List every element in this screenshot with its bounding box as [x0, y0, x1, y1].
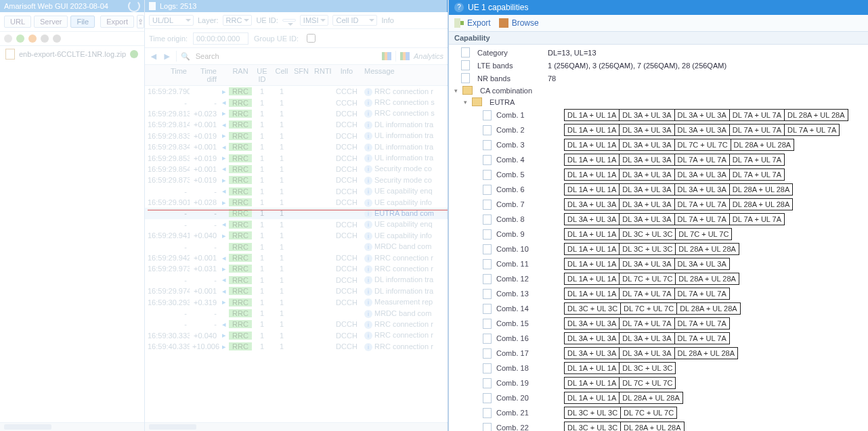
tree-row-comb[interactable]: Comb. 22DL 3C + UL 3CDL 28A + UL 28A	[449, 420, 868, 431]
tree-row-category[interactable]: Category DL=13, UL=13	[449, 46, 868, 59]
table-row[interactable]: 16:59:30.333+0.040▸RRC11DCCHiRRC connect…	[145, 330, 448, 341]
col-info[interactable]: Info	[333, 65, 360, 85]
table-row[interactable]: --RRC11iMRDC band com	[145, 241, 448, 252]
col-ueid[interactable]: UE ID	[252, 65, 272, 85]
table-row[interactable]: 16:59:29.854+0.001◂RRC11DCCHiSecurity mo…	[145, 164, 448, 175]
table-row[interactable]: --◂RRC11CCCHiRRC connection s	[145, 97, 448, 108]
tree-row-comb[interactable]: Comb. 10DL 1A + UL 1ADL 3C + UL 3CDL 28A…	[449, 242, 868, 256]
left-panel: Amarisoft Web GUI 2023-08-04 URL Server …	[0, 0, 145, 431]
ueid-select[interactable]	[282, 19, 296, 22]
tree-row-comb[interactable]: Comb. 4DL 1A + UL 1ADL 3A + UL 3ADL 7A +…	[449, 152, 868, 167]
tree-row-comb[interactable]: Comb. 5DL 1A + UL 1ADL 3A + UL 3ADL 3A +…	[449, 167, 868, 182]
col-cell[interactable]: Cell	[272, 65, 291, 85]
tree-row-comb[interactable]: Comb. 19DL 1A + UL 1ADL 7C + UL 7C	[449, 376, 868, 390]
tab-url[interactable]: URL	[4, 16, 31, 28]
comb-cell: DL 28A + UL 28A	[677, 302, 741, 315]
table-row[interactable]: --RRC11iMRDC band com	[145, 308, 448, 319]
hscrollbar[interactable]	[145, 422, 448, 431]
origin-bar: Time origin: Group UE ID:	[145, 29, 448, 48]
status-dot-icon	[53, 35, 61, 43]
capabilities-title: UE 1 capabilities	[468, 0, 528, 15]
tree-row-comb[interactable]: Comb. 15DL 3A + UL 3ADL 7A + UL 7ADL 7A …	[449, 316, 868, 331]
document-icon	[483, 393, 492, 403]
tree-row-comb[interactable]: Comb. 9DL 1A + UL 1ADL 3C + UL 3CDL 7C +…	[449, 227, 868, 242]
comb-cell: DL 1A + UL 1A	[564, 362, 620, 374]
tree-row-comb[interactable]: Comb. 2DL 1A + UL 1ADL 3A + UL 3ADL 3A +…	[449, 122, 868, 137]
tree-row-comb[interactable]: Comb. 8DL 3A + UL 3ADL 3A + UL 3ADL 7A +…	[449, 212, 868, 227]
tree-row-comb[interactable]: Comb. 16DL 3A + UL 3ADL 3A + UL 3ADL 7A …	[449, 331, 868, 346]
layer-select[interactable]: RRC	[223, 15, 253, 26]
uldl-select[interactable]: UL/DL	[149, 15, 194, 26]
group-checkbox[interactable]	[307, 34, 316, 43]
table-row[interactable]: 16:59:29.853+0.019▸RRC11DCCHiUL informat…	[145, 152, 448, 163]
col-message[interactable]: Message	[360, 65, 448, 85]
table-row[interactable]: 16:59:29.790▸RRC11CCCHiRRC connection r	[145, 86, 448, 97]
col-time[interactable]: Time	[145, 65, 190, 85]
browse-button[interactable]: Browse	[499, 18, 539, 28]
next-icon[interactable]: ►	[162, 51, 172, 62]
table-row[interactable]: --◂RRC11DCCHiDL information tra	[145, 275, 448, 286]
tab-server[interactable]: Server	[34, 16, 68, 28]
tree-row-comb[interactable]: Comb. 21DL 3C + UL 3CDL 7C + UL 7C	[449, 405, 868, 420]
comb-cell: DL 3A + UL 3A	[620, 332, 674, 344]
table-row[interactable]: 16:59:30.293+0.319▸RRC11DCCHiMeasurement…	[145, 296, 448, 307]
export-button[interactable]: Export	[100, 16, 134, 28]
col-ran[interactable]: RAN	[229, 65, 252, 85]
tree-row-comb[interactable]: Comb. 12DL 1A + UL 1ADL 7C + UL 7CDL 28A…	[449, 271, 868, 286]
table-row[interactable]: 16:59:29.833+0.019▸RRC11DCCHiUL informat…	[145, 131, 448, 141]
table-row[interactable]: 16:59:29.901+0.028▸RRC11DCCHiUE capabili…	[145, 197, 448, 208]
refresh-icon[interactable]	[128, 0, 140, 12]
tree-row-lte[interactable]: LTE bands 1 (256QAM), 3 (256QAM), 7 (256…	[449, 59, 868, 72]
table-row[interactable]: 16:59:29.973+0.031▸RRC11DCCHiRRC connect…	[145, 263, 448, 274]
tree-row-comb[interactable]: Comb. 1DL 1A + UL 1ADL 3A + UL 3ADL 3A +…	[449, 108, 868, 122]
col-sfn[interactable]: SFN	[291, 65, 311, 85]
analytics-label[interactable]: Analytics	[414, 52, 443, 60]
prev-icon[interactable]: ◄	[149, 51, 158, 62]
document-icon	[483, 170, 492, 180]
table-row[interactable]: 16:59:29.873+0.019▸RRC11DCCHiSecurity mo…	[145, 175, 448, 185]
chevron-down-icon[interactable]	[461, 99, 469, 106]
analytics-icon[interactable]	[400, 52, 410, 60]
file-row[interactable]: enb-export-6CCLTE-1NR.log.zip	[0, 46, 144, 62]
table-row[interactable]: --◂RRC11DCCHiUE capability enq	[145, 219, 448, 230]
comb-cell: DL 1A + UL 1A	[564, 258, 620, 270]
tree-row-eutra[interactable]: EUTRA	[449, 96, 868, 108]
tree-row-ca[interactable]: CA combination	[449, 85, 868, 96]
tree-row-comb[interactable]: Comb. 20DL 1A + UL 1ADL 28A + UL 28A	[449, 390, 868, 405]
table-row[interactable]: 16:59:29.974+0.001◂RRC11DCCHiDL informat…	[145, 286, 448, 296]
imsi-select[interactable]: IMSI	[300, 15, 329, 26]
export-button[interactable]: Export	[454, 18, 491, 28]
tree-row-comb[interactable]: Comb. 11DL 1A + UL 1ADL 3A + UL 3ADL 3A …	[449, 256, 868, 271]
tree-row-comb[interactable]: Comb. 18DL 1A + UL 1ADL 3C + UL 3C	[449, 361, 868, 376]
tab-file[interactable]: File	[70, 16, 95, 28]
chevron-down-icon[interactable]	[452, 87, 460, 94]
tree-row-comb[interactable]: Comb. 14DL 3C + UL 3CDL 7C + UL 7CDL 28A…	[449, 301, 868, 316]
document-icon	[483, 185, 492, 195]
tree-row-comb[interactable]: Comb. 13DL 1A + UL 1ADL 7A + UL 7ADL 7A …	[449, 286, 868, 301]
comb-cell: DL 7A + UL 7A	[675, 154, 730, 166]
table-row[interactable]: 16:59:40.339+10.006▸RRC11DCCHiRRC connec…	[145, 341, 448, 352]
tree-row-comb[interactable]: Comb. 6DL 1A + UL 1ADL 3A + UL 3ADL 3A +…	[449, 182, 868, 197]
upload-icon[interactable]: ⇪	[137, 15, 144, 28]
info-icon: i	[364, 288, 372, 296]
tree-row-comb[interactable]: Comb. 3DL 1A + UL 1ADL 3A + UL 3ADL 7C +…	[449, 137, 868, 152]
origin-input[interactable]	[193, 32, 248, 45]
tree-row-comb[interactable]: Comb. 17DL 3A + UL 3ADL 3A + UL 3ADL 28A…	[449, 346, 868, 361]
col-timediff[interactable]: Time diff	[190, 65, 219, 85]
table-row[interactable]: 16:59:29.814+0.001◂RRC11DCCHiDL informat…	[145, 119, 448, 130]
table-row[interactable]: 16:59:29.942+0.001◂RRC11DCCHiRRC connect…	[145, 252, 448, 263]
hscrollbar[interactable]	[0, 422, 144, 431]
cellid-select[interactable]: Cell ID	[332, 15, 377, 26]
table-row[interactable]: --◂RRC11DCCHiUE capability enq	[145, 186, 448, 197]
table-row[interactable]: 16:59:29.941+0.040▸RRC11DCCHiUE capabili…	[145, 230, 448, 241]
document-icon	[483, 363, 492, 373]
table-row[interactable]: 16:59:29.813+0.023▸RRC11DCCHiRRC connect…	[145, 108, 448, 119]
tree-row-nr[interactable]: NR bands 78	[449, 72, 868, 85]
help-icon[interactable]: ?	[454, 3, 464, 12]
table-row[interactable]: 16:59:29.834+0.001◂RRC11DCCHiDL informat…	[145, 141, 448, 152]
col-rnti[interactable]: RNTI	[311, 65, 333, 85]
tree-row-comb[interactable]: Comb. 7DL 3A + UL 3ADL 3A + UL 3ADL 7A +…	[449, 197, 868, 212]
table-row[interactable]: --◂RRC11DCCHiRRC connection r	[145, 319, 448, 330]
chart-icon[interactable]	[382, 52, 391, 60]
search-input[interactable]	[194, 51, 378, 61]
